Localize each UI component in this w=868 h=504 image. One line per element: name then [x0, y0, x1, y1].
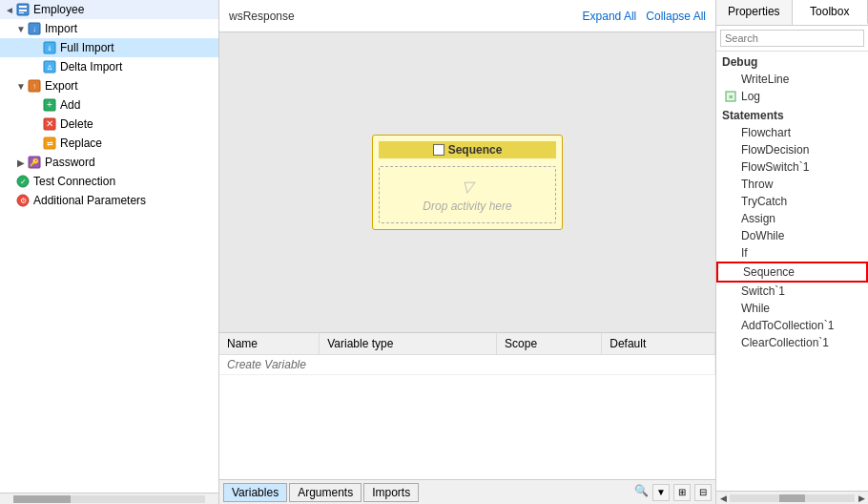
variables-tab-bar: Variables Arguments Imports 🔍 ▼ ⊞ ⊟: [219, 479, 715, 504]
additional-params-icon: ⚙: [15, 193, 31, 208]
toolbox-item-trycatch[interactable]: TryCatch: [716, 193, 868, 210]
panel-tabs: Properties Toolbox: [716, 0, 868, 26]
toolbox-item-flowchart[interactable]: Flowchart: [716, 124, 868, 141]
sidebar-item-employee[interactable]: ◄ Employee: [0, 0, 218, 19]
variables-panel: Name Variable type Scope Default Create …: [219, 332, 715, 504]
scroll-right-arrow[interactable]: ▶: [855, 492, 868, 505]
throw-icon: [724, 178, 737, 191]
col-variable-type: Variable type: [320, 333, 497, 355]
svg-text:🔑: 🔑: [30, 158, 39, 167]
svg-text:Δ: Δ: [48, 64, 52, 71]
flowdecision-icon: [724, 143, 737, 157]
toolbox-item-flowswitch[interactable]: FlowSwitch`1: [716, 158, 868, 176]
toolbox-item-flowdecision[interactable]: FlowDecision: [716, 141, 868, 158]
scroll-left-arrow[interactable]: ◀: [716, 492, 730, 505]
sidebar-label-full-import: Full Import: [60, 41, 114, 54]
test-connection-icon: ✓: [15, 174, 31, 189]
toolbox-item-throw[interactable]: Throw: [716, 176, 868, 193]
expand-all-button[interactable]: Expand All: [583, 10, 637, 23]
sidebar-item-export[interactable]: ▼ ↑ Export: [0, 76, 218, 95]
addtocollection-icon: [724, 319, 737, 332]
toolbox-item-while[interactable]: While: [716, 300, 868, 317]
toolbox-label-trycatch: TryCatch: [741, 195, 787, 208]
sidebar-label-replace: Replace: [60, 136, 102, 150]
toolbox-label-writeline: WriteLine: [741, 73, 789, 86]
sidebar-item-full-import[interactable]: ⇓ Full Import: [0, 38, 218, 57]
statements-section-header: Statements: [716, 105, 868, 124]
toolbox-scroll-bar[interactable]: ◀ ▶: [716, 491, 868, 504]
sequence-title: Sequence: [379, 141, 556, 158]
sidebar-label-additional-params: Additional Parameters: [33, 194, 146, 207]
toolbox-item-clearcollection[interactable]: ClearCollection`1: [716, 334, 868, 351]
sequence-drop-area[interactable]: ▽ Drop activity here: [379, 166, 556, 223]
imports-tab[interactable]: Imports: [363, 483, 419, 502]
expander-icon: ◄: [4, 5, 15, 15]
toolbox-item-log[interactable]: ≡ Log: [716, 88, 868, 105]
sequence-box-icon: [433, 144, 444, 156]
toolbox-item-dowhile[interactable]: DoWhile: [716, 227, 868, 244]
collapse-vars-icon[interactable]: ▼: [652, 484, 670, 501]
designer-tab-label: wsResponse: [229, 10, 295, 23]
designer-canvas[interactable]: Sequence ▽ Drop activity here: [219, 32, 715, 332]
toolbox-search-input[interactable]: [720, 30, 864, 47]
sequence-label: Sequence: [448, 143, 503, 157]
toolbox-item-assign[interactable]: Assign: [716, 210, 868, 227]
expand-vars-icon[interactable]: ⊞: [673, 484, 691, 501]
toolbox-item-addtocollection[interactable]: AddToCollection`1: [716, 317, 868, 334]
scroll-track[interactable]: [730, 494, 855, 502]
sidebar-scroll[interactable]: [0, 493, 218, 504]
sidebar-item-delete[interactable]: ✕ Delete: [0, 115, 218, 134]
import-icon: ↓: [27, 21, 42, 36]
sidebar-item-import[interactable]: ▼ ↓ Import: [0, 19, 218, 38]
sidebar: ◄ Employee ▼ ↓ Import ⇓ Full Import: [0, 0, 219, 504]
toolbox-item-switch[interactable]: Switch`1: [716, 283, 868, 300]
arguments-tab[interactable]: Arguments: [289, 483, 362, 502]
toolbox-label-flowswitch: FlowSwitch`1: [741, 160, 809, 174]
full-import-icon: ⇓: [42, 40, 57, 55]
log-icon: ≡: [724, 90, 737, 103]
toolbox-label-switch: Switch`1: [741, 284, 785, 298]
variables-tab[interactable]: Variables: [223, 483, 287, 502]
toolbox-label-flowchart: Flowchart: [741, 126, 791, 139]
toolbox-label-while: While: [741, 302, 770, 315]
dowhile-icon: [724, 229, 737, 242]
toolbox-label-if: If: [741, 246, 748, 260]
drop-hint-label: Drop activity here: [423, 200, 511, 213]
designer-header: wsResponse Expand All Collapse All: [219, 0, 715, 32]
sidebar-item-test-connection[interactable]: ✓ Test Connection: [0, 172, 218, 191]
svg-text:⇓: ⇓: [47, 45, 52, 52]
svg-text:⚙: ⚙: [20, 197, 27, 205]
toolbox-label-addtocollection: AddToCollection`1: [741, 319, 834, 332]
svg-text:≡: ≡: [729, 94, 733, 100]
if-icon: [724, 246, 737, 260]
flowswitch-icon: [724, 160, 737, 174]
col-default: Default: [602, 333, 715, 355]
toolbox-item-if[interactable]: If: [716, 244, 868, 262]
sequence-box: Sequence ▽ Drop activity here: [372, 135, 563, 230]
while-icon: [724, 302, 737, 315]
svg-rect-3: [19, 12, 24, 13]
sidebar-item-delta-import[interactable]: Δ Delta Import: [0, 57, 218, 76]
detach-vars-icon[interactable]: ⊟: [694, 484, 712, 501]
clearcollection-icon: [724, 336, 737, 349]
expander-import-icon: ▼: [15, 24, 27, 34]
flowchart-icon: [724, 126, 737, 139]
debug-section-header: Debug: [716, 52, 868, 71]
toolbox-item-writeline[interactable]: WriteLine: [716, 71, 868, 88]
vars-footer-right: 🔍 ▼ ⊞ ⊟: [634, 484, 712, 501]
toolbox-item-sequence[interactable]: Sequence: [716, 262, 868, 283]
variables-table: Name Variable type Scope Default Create …: [219, 333, 715, 479]
sidebar-item-replace[interactable]: ⇄ Replace: [0, 134, 218, 153]
sidebar-item-password[interactable]: ▶ 🔑 Password: [0, 153, 218, 172]
sidebar-item-add[interactable]: + Add: [0, 95, 218, 115]
collapse-all-button[interactable]: Collapse All: [646, 10, 706, 23]
sidebar-item-additional-params[interactable]: ⚙ Additional Parameters: [0, 191, 218, 210]
toolbox-label-assign: Assign: [741, 212, 775, 225]
create-variable-row[interactable]: Create Variable: [219, 355, 715, 375]
search-vars-icon[interactable]: 🔍: [634, 484, 649, 501]
employee-icon: [15, 2, 31, 17]
delta-import-icon: Δ: [42, 59, 57, 74]
properties-tab[interactable]: Properties: [716, 0, 793, 25]
svg-text:+: +: [47, 99, 52, 110]
toolbox-tab[interactable]: Toolbox: [793, 0, 869, 25]
